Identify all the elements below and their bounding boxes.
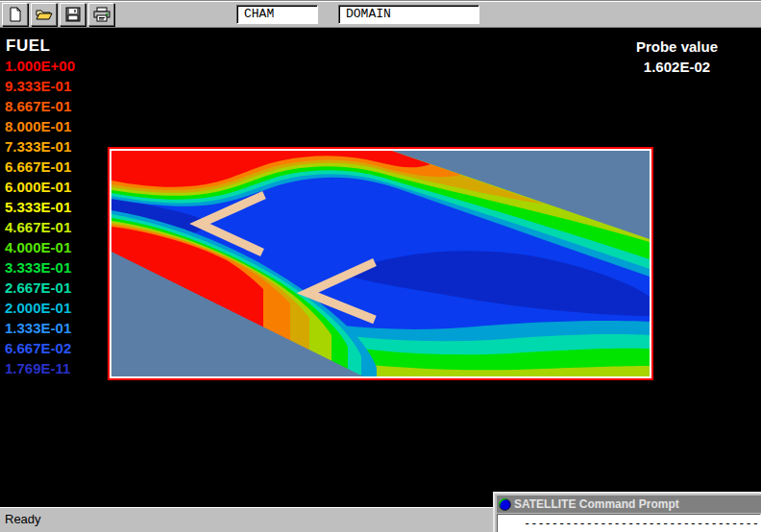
command-prompt-titlebar[interactable]: SATELLITE Command Prompt bbox=[497, 496, 761, 513]
status-text: Ready bbox=[5, 512, 41, 526]
fuel-contour-plot[interactable] bbox=[111, 151, 650, 376]
open-folder-icon bbox=[36, 7, 53, 22]
satellite-command-prompt-window[interactable]: SATELLITE Command Prompt ---------------… bbox=[493, 492, 761, 532]
probe-value-readout: Probe value 1.602E-02 bbox=[636, 36, 718, 77]
probe-value-number: 1.602E-02 bbox=[636, 57, 718, 77]
plot-outer-frame bbox=[108, 147, 653, 380]
legend-entry: 6.667E-01 bbox=[5, 157, 75, 177]
save-button[interactable] bbox=[60, 3, 86, 26]
legend-entry: 2.667E-01 bbox=[5, 278, 75, 298]
legend-entry: 1.333E-01 bbox=[5, 318, 75, 338]
legend-entry: 5.333E-01 bbox=[5, 197, 75, 217]
new-file-button[interactable] bbox=[2, 3, 28, 26]
legend-entry: 6.667E-02 bbox=[5, 338, 75, 358]
graphics-client-area: FUEL 1.000E+009.333E-018.667E-018.000E-0… bbox=[0, 28, 761, 507]
legend-entry: 4.000E-01 bbox=[5, 237, 75, 257]
legend-entry: 6.000E-01 bbox=[5, 177, 75, 197]
printer-icon bbox=[93, 7, 110, 22]
command-prompt-output[interactable]: ----------------------------------------… bbox=[497, 514, 761, 532]
photon-viewer-window: { "toolbar": { "buttons": [ {"name": "ne… bbox=[0, 0, 761, 532]
legend-entry: 2.000E-01 bbox=[5, 298, 75, 318]
satellite-app-icon bbox=[499, 498, 511, 511]
domain-field[interactable]: DOMAIN bbox=[338, 5, 479, 24]
open-file-button[interactable] bbox=[31, 3, 57, 26]
new-file-icon bbox=[8, 7, 23, 22]
plot-inner-frame bbox=[110, 149, 651, 378]
legend-entry: 7.333E-01 bbox=[5, 136, 75, 157]
save-floppy-icon bbox=[65, 7, 81, 22]
print-button[interactable] bbox=[88, 3, 114, 26]
plotted-variable-label: FUEL bbox=[6, 36, 50, 56]
legend-entry: 3.333E-01 bbox=[5, 257, 75, 278]
legend-entry: 9.333E-01 bbox=[5, 76, 75, 96]
legend-entry: 1.000E+00 bbox=[5, 56, 75, 76]
toolbar: CHAM DOMAIN bbox=[0, 0, 761, 28]
legend-entry: 8.667E-01 bbox=[5, 96, 75, 116]
command-prompt-title: SATELLITE Command Prompt bbox=[514, 497, 679, 511]
cham-field[interactable]: CHAM bbox=[236, 5, 318, 24]
toolbar-buttons bbox=[2, 3, 114, 26]
contour-legend: 1.000E+009.333E-018.667E-018.000E-017.33… bbox=[5, 56, 75, 378]
legend-entry: 1.769E-11 bbox=[5, 358, 75, 378]
legend-entry: 8.000E-01 bbox=[5, 116, 75, 136]
probe-value-label: Probe value bbox=[636, 36, 718, 57]
legend-entry: 4.667E-01 bbox=[5, 217, 75, 237]
